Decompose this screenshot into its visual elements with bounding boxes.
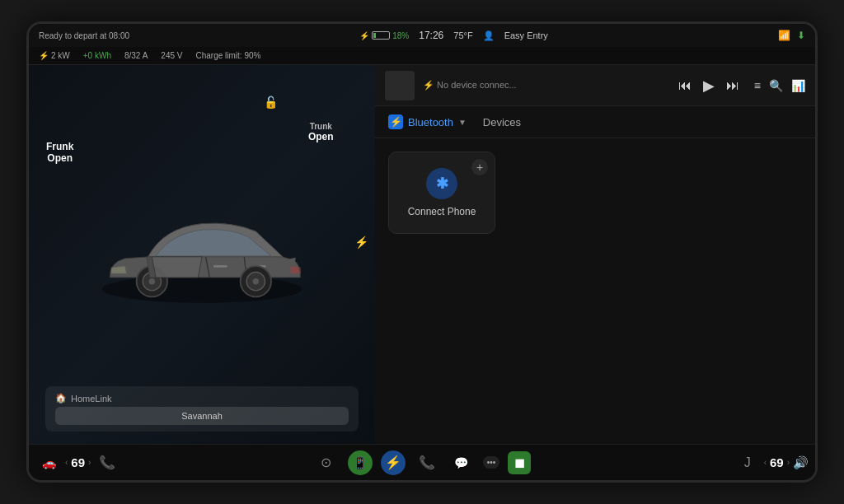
- easy-entry-label: Easy Entry: [504, 30, 548, 40]
- charge-item-energy: +0 kWh: [83, 51, 111, 60]
- car-graphic: [87, 189, 317, 320]
- status-left: Ready to depart at 08:00: [39, 31, 129, 40]
- speed-right-increase[interactable]: ›: [787, 458, 790, 467]
- search-icon[interactable]: 🔍: [769, 79, 783, 92]
- homelink-location-button[interactable]: Savannah: [55, 407, 349, 425]
- j-icon[interactable]: J: [734, 450, 761, 476]
- charge-item-power: ⚡ 2 kW: [39, 51, 70, 60]
- left-panel: Frunk Open Trunk Open 🔓: [29, 65, 375, 444]
- play-button[interactable]: ▶: [703, 77, 715, 95]
- download-icon: ⬇: [797, 30, 805, 41]
- media-controls: ⏮ ▶ ⏭: [678, 77, 739, 95]
- battery-percent: 18%: [392, 31, 409, 40]
- devices-tab[interactable]: Devices: [483, 116, 521, 128]
- media-info: ⚡ No device connec...: [423, 80, 670, 91]
- bluetooth-panel: ⚡ Bluetooth ▼ Devices + ✱: [375, 106, 815, 444]
- bluetooth-tab[interactable]: ⚡ Bluetooth ▼: [388, 114, 467, 129]
- svg-point-10: [253, 278, 259, 284]
- homelink-title: 🏠 HomeLink: [55, 393, 349, 404]
- power-value: 2 kW: [51, 51, 70, 60]
- homelink-label: HomeLink: [71, 394, 112, 404]
- equalizer-icon[interactable]: 📊: [791, 79, 805, 92]
- speed-left-decrease[interactable]: ‹: [65, 458, 68, 467]
- taskbar-right: J ‹ 69 › 🔊: [531, 450, 809, 476]
- speed-control-right: ‹ 69 ›: [764, 455, 790, 469]
- lightning-icon: ⚡: [359, 31, 369, 40]
- clock: 17:26: [419, 30, 443, 41]
- homelink-bar: 🏠 HomeLink Savannah: [45, 386, 359, 432]
- svg-rect-3: [213, 265, 227, 268]
- frunk-status: Open: [46, 152, 73, 164]
- bluetooth-app-icon[interactable]: ⚡: [381, 450, 406, 475]
- nav-icon[interactable]: ◼: [508, 451, 531, 474]
- battery-fill: [373, 33, 376, 38]
- trunk-label: Trunk Open: [308, 122, 334, 142]
- bluetooth-icon: ✱: [436, 175, 448, 193]
- charge-item-voltage: 245 V: [161, 51, 182, 60]
- bluetooth-tab-icon: ⚡: [388, 114, 403, 129]
- frunk-title: Frunk: [46, 141, 73, 152]
- trunk-status: Open: [308, 131, 334, 142]
- trunk-title: Trunk: [308, 122, 334, 131]
- charge-item-current: 8/32 A: [124, 51, 148, 60]
- taskbar: 🚗 ‹ 69 › 📞 ⊙ 📱 ⚡ 📞 💬 ••• ◼ J ‹ 69 ›: [29, 444, 815, 480]
- wifi-icon: 📶: [778, 30, 790, 41]
- charge-port-icon: ⚡: [354, 236, 368, 249]
- person-icon: 👤: [483, 30, 495, 41]
- svg-point-0: [102, 275, 302, 303]
- energy-value: +0 kWh: [83, 51, 111, 60]
- phone-app-icon[interactable]: 📱: [348, 450, 373, 475]
- battery-indicator: ⚡ 18%: [359, 31, 409, 40]
- charge-limit: Charge limit: 90%: [195, 51, 260, 60]
- bt-chevron-icon: ▼: [458, 118, 467, 127]
- volume-icon[interactable]: 🔊: [793, 455, 809, 470]
- queue-icon[interactable]: ≡: [754, 79, 761, 92]
- next-track-button[interactable]: ⏭: [726, 78, 739, 93]
- call-icon[interactable]: 📞: [414, 450, 440, 476]
- charge-item-limit: Charge limit: 90%: [195, 51, 260, 60]
- media-bar: ⚡ No device connec... ⏮ ▶ ⏭ ≡ 🔍 📊: [375, 65, 815, 106]
- more-apps-button[interactable]: •••: [483, 456, 500, 469]
- car-icon[interactable]: 🚗: [35, 450, 62, 476]
- speed-right-decrease[interactable]: ‹: [764, 458, 767, 467]
- taskbar-left: 🚗 ‹ 69 › 📞: [35, 450, 313, 476]
- bluetooth-label: Bluetooth: [408, 116, 453, 128]
- tesla-screen: Ready to depart at 08:00 ⚡ 18% 17:26 75°…: [26, 21, 818, 483]
- status-right: 📶 ⬇: [778, 30, 805, 41]
- message-icon[interactable]: 💬: [448, 450, 475, 476]
- main-content: Frunk Open Trunk Open 🔓: [29, 65, 815, 444]
- no-device-text: ⚡ No device connec...: [423, 80, 517, 90]
- media-extras: ≡ 🔍 📊: [754, 79, 805, 92]
- taskbar-center: ⊙ 📱 ⚡ 📞 💬 ••• ◼: [313, 450, 532, 476]
- volume-control: 🔊: [793, 455, 809, 470]
- temperature: 75°F: [453, 30, 472, 40]
- current-value: 8/32 A: [124, 51, 148, 60]
- autopilot-icon[interactable]: ⊙: [313, 450, 340, 476]
- voltage-value: 245 V: [161, 51, 182, 60]
- speed-right-value: 69: [770, 455, 784, 469]
- bt-header: ⚡ Bluetooth ▼ Devices: [375, 106, 815, 138]
- plus-icon: +: [476, 161, 483, 174]
- power-icon: ⚡: [39, 51, 49, 60]
- connect-phone-label: Connect Phone: [408, 206, 476, 217]
- add-device-button[interactable]: +: [471, 159, 488, 175]
- connect-phone-card[interactable]: + ✱ Connect Phone: [388, 152, 495, 234]
- speed-control-left: ‹ 69 ›: [65, 455, 91, 469]
- easy-entry: Easy Entry: [504, 30, 548, 40]
- media-thumbnail: [385, 71, 415, 100]
- speed-left-increase[interactable]: ›: [88, 458, 91, 467]
- prev-track-button[interactable]: ⏮: [678, 78, 692, 93]
- status-center: ⚡ 18% 17:26 75°F 👤 Easy Entry: [359, 30, 548, 41]
- bluetooth-circle-icon: ✱: [426, 168, 457, 199]
- bt-symbol: ⚡: [390, 116, 402, 128]
- departure-text: Ready to depart at 08:00: [39, 31, 129, 40]
- svg-point-7: [149, 278, 155, 284]
- battery-bar: [372, 31, 390, 40]
- frunk-label: Frunk Open: [46, 141, 73, 164]
- lock-icon: 🔓: [264, 96, 278, 109]
- status-bar: Ready to depart at 08:00 ⚡ 18% 17:26 75°…: [29, 24, 815, 47]
- homelink-icon: 🏠: [55, 393, 67, 404]
- devices-label: Devices: [483, 116, 521, 128]
- phone-nav-icon[interactable]: 📞: [94, 450, 120, 476]
- speed-left-value: 69: [71, 455, 85, 469]
